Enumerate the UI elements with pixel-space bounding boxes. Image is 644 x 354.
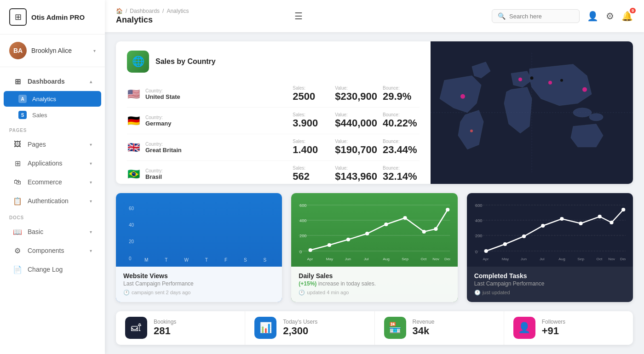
stat-card-bookings: 🛋 Bookings 281 [116,311,245,345]
sidebar-item-label: Pages [28,141,84,148]
chart-info-views: Website Views Last Campaign Performance … [116,267,282,302]
search-input[interactable] [509,13,574,20]
stat-label: Today's Users [283,319,365,325]
sidebar-item-authentication[interactable]: 📋 Authentication ▾ [4,192,101,210]
chart-title: Daily Sales [299,272,450,280]
chart-area-tasks: 600 400 200 0 Apr [467,193,633,267]
svg-point-1 [589,114,603,121]
website-views-card: 60 40 20 0 [116,193,282,302]
bounce-stat: Bounce: 32.14% [383,166,420,183]
card-header: 🌐 Sales by Country [127,51,420,73]
notifications-icon[interactable]: 🔔 9 [621,11,633,22]
globe-icon: 🌐 [127,51,149,73]
svg-text:Jun: Jun [521,257,527,261]
pages-icon: 🖼 [13,140,22,149]
main-area: 🏠 / Dashboards / Analytics Analytics ☰ 🔍… [105,0,644,354]
search-box: 🔍 [492,9,580,23]
sidebar-item-pages[interactable]: 🖼 Pages ▾ [4,135,101,154]
stat-label: Followers [542,319,624,325]
sidebar-item-applications[interactable]: ⊞ Applications ▾ [4,154,101,172]
user-icon[interactable]: 👤 [587,11,598,22]
stat-value: 281 [154,325,236,337]
sidebar-user[interactable]: BA Brooklyn Alice ▾ [0,34,105,67]
svg-point-24 [403,216,407,220]
stat-info-revenue: Revenue 34k [413,319,494,337]
svg-text:May: May [501,257,509,261]
settings-icon[interactable]: ⚙ [606,11,614,22]
daily-sales-card: 600 400 200 0 [291,193,457,302]
sidebar-item-sales[interactable]: S Sales [4,107,101,123]
svg-text:Apr: Apr [307,257,313,261]
sidebar-item-changelog[interactable]: 📄 Change Log [4,260,101,279]
svg-text:Aug: Aug [558,257,565,261]
chart-timestamp: 🕐 campaign sent 2 days ago [123,290,275,296]
analytics-dot: A [18,95,27,103]
sales-card-title: Sales by Country [155,57,216,66]
stat-label: Bookings [154,319,236,325]
svg-point-20 [328,243,331,247]
sidebar-item-label: Basic [28,228,84,235]
sidebar-item-label: Analytics [32,96,56,103]
svg-point-21 [346,238,350,241]
country-info: Country: Brasil [145,168,287,180]
svg-point-6 [548,81,552,85]
svg-point-5 [518,78,522,81]
sales-stat: Sales: 3.900 [293,112,329,129]
chart-info-sales: Daily Sales (+15%) increase in today sal… [291,267,457,302]
home-icon: 🏠 [116,8,123,14]
chart-timestamp: 🕐 just updated [474,290,626,296]
value-stat: Value: $190,700 [335,139,377,156]
svg-text:600: 600 [299,203,306,208]
sidebar-item-ecommerce[interactable]: 🛍 Ecommerce ▾ [4,173,101,191]
breadcrumb-sep2: / [162,8,164,14]
chevron-icon: ▾ [90,199,92,204]
chart-subtitle: (+15%) increase in today sales. [299,280,450,287]
breadcrumb-analytics[interactable]: Analytics [167,8,189,14]
stat-value: +91 [542,325,624,337]
chevron-icon: ▾ [90,142,92,147]
svg-point-46 [503,242,506,246]
flag-gb: 🇬🇧 [127,142,140,154]
y-axis-labels: 60 40 20 0 [129,206,134,261]
followers-icon: 👤 [513,317,535,339]
stat-card-followers: 👤 Followers +91 [504,311,633,345]
svg-text:Sep: Sep [402,257,409,261]
svg-point-47 [522,234,526,238]
clock-icon: 🕐 [299,290,305,296]
sidebar-item-basic[interactable]: 📖 Basic ▾ [4,223,101,241]
svg-text:600: 600 [475,203,482,208]
svg-point-53 [621,208,625,211]
applications-icon: ⊞ [13,159,22,168]
stat-info-followers: Followers +91 [542,319,624,337]
sales-stat: Sales: 2500 [293,86,329,103]
chevron-icon: ▾ [90,180,92,185]
svg-text:Sep: Sep [577,257,584,261]
svg-point-26 [434,227,438,231]
changelog-icon: 📄 [13,265,22,274]
sidebar-item-dashboards[interactable]: ⊞ Dashboards ▴ [4,72,101,91]
docs-section-label: DOCS [0,211,105,222]
bookings-icon: 🛋 [125,317,147,339]
svg-text:Dec: Dec [444,257,450,261]
svg-text:200: 200 [475,234,482,238]
sales-left-panel: 🌐 Sales by Country 🇺🇸 Country: United St… [116,41,431,184]
charts-row: 60 40 20 0 [116,193,633,302]
header: 🏠 / Dashboards / Analytics Analytics ☰ 🔍… [105,0,644,32]
sidebar-item-components[interactable]: ⚙ Components ▾ [4,241,101,260]
sidebar-item-analytics[interactable]: A Analytics [4,91,101,107]
notification-badge: 9 [630,8,636,13]
svg-text:Aug: Aug [383,257,390,261]
menu-toggle-icon[interactable]: ☰ [294,11,303,22]
chart-title: Website Views [123,272,275,280]
header-icons: 👤 ⚙ 🔔 9 [587,11,633,22]
svg-point-45 [484,249,488,253]
chart-info-tasks: Completed Tasks Last Campaign Performanc… [467,267,633,302]
svg-text:200: 200 [299,234,306,238]
ecommerce-icon: 🛍 [13,177,22,187]
breadcrumb-dashboards[interactable]: Dashboards [130,8,160,14]
svg-text:Nov: Nov [433,257,440,261]
country-info: Country: Germany [145,115,287,127]
table-row: 🇬🇧 Country: Great Britain Sales: 1.400 V… [127,134,420,161]
svg-point-49 [560,217,564,221]
breadcrumb: 🏠 / Dashboards / Analytics Analytics [116,8,287,25]
